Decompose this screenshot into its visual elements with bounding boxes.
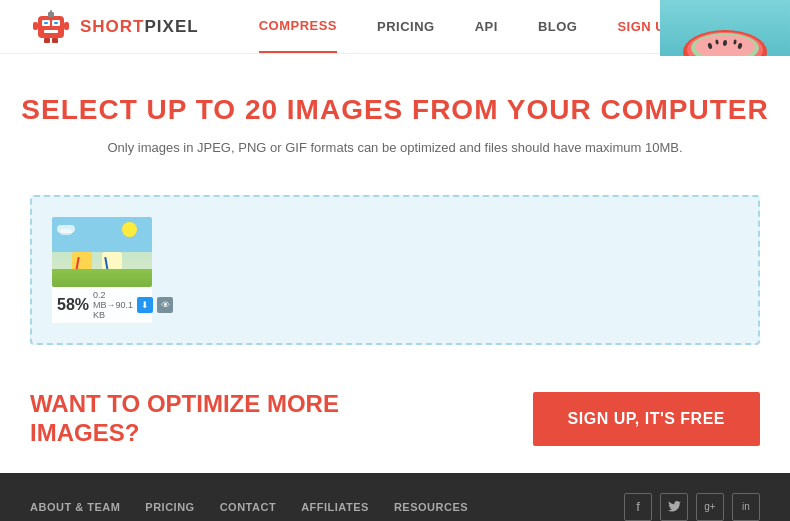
hero-subtitle: Only images in JPEG, PNG or GIF formats … bbox=[20, 140, 770, 155]
linkedin-icon[interactable]: in bbox=[732, 493, 760, 521]
footer-resources[interactable]: RESOURCES bbox=[394, 501, 468, 513]
footer-pricing[interactable]: PRICING bbox=[145, 501, 194, 513]
watermelon-icon bbox=[680, 0, 770, 56]
svg-rect-10 bbox=[44, 38, 50, 43]
optimize-text: WANT TO OPTIMIZE MORE IMAGES? bbox=[30, 390, 339, 448]
svg-rect-8 bbox=[33, 22, 38, 30]
logo-text-group: SHORTPIXEL bbox=[80, 17, 199, 37]
optimize-section: WANT TO OPTIMIZE MORE IMAGES? SIGN UP, I… bbox=[0, 365, 790, 473]
preview-icon[interactable]: 👁 bbox=[157, 297, 173, 313]
logo-short: SHORT bbox=[80, 17, 145, 36]
dropzone[interactable]: 58% 0.2 MB→90.1 KB ⬇ 👁 bbox=[30, 195, 760, 345]
svg-rect-4 bbox=[54, 22, 58, 24]
footer-about[interactable]: ABOUT & TEAM bbox=[30, 501, 120, 513]
hero-section: SELECT UP TO 20 IMAGES FROM YOUR COMPUTE… bbox=[0, 54, 790, 175]
signup-cta-button[interactable]: SIGN UP, IT'S FREE bbox=[533, 392, 760, 446]
svg-rect-0 bbox=[38, 16, 64, 38]
compress-percent: 58% bbox=[57, 296, 89, 314]
hero-title: SELECT UP TO 20 IMAGES FROM YOUR COMPUTE… bbox=[20, 94, 770, 126]
nav-blog[interactable]: BLOG bbox=[538, 1, 578, 52]
header: SHORTPIXEL COMPRESS PRICING API BLOG SIG… bbox=[0, 0, 790, 54]
file-size: 0.2 MB→90.1 KB bbox=[93, 290, 133, 320]
svg-rect-7 bbox=[50, 10, 52, 14]
action-icons: ⬇ 👁 bbox=[137, 297, 173, 313]
footer-social: f g+ in bbox=[624, 493, 760, 521]
facebook-icon[interactable]: f bbox=[624, 493, 652, 521]
footer-contact[interactable]: CONTACT bbox=[220, 501, 276, 513]
logo[interactable]: SHORTPIXEL bbox=[30, 6, 199, 48]
image-card: 58% 0.2 MB→90.1 KB ⬇ 👁 bbox=[52, 217, 152, 323]
image-info-bar: 58% 0.2 MB→90.1 KB ⬇ 👁 bbox=[52, 287, 152, 323]
image-thumbnail bbox=[52, 217, 152, 287]
svg-rect-11 bbox=[52, 38, 58, 43]
footer: ABOUT & TEAM PRICING CONTACT AFFILIATES … bbox=[0, 473, 790, 521]
nav-compress[interactable]: COMPRESS bbox=[259, 0, 337, 53]
footer-affiliates[interactable]: AFFILIATES bbox=[301, 501, 369, 513]
footer-top: ABOUT & TEAM PRICING CONTACT AFFILIATES … bbox=[30, 493, 760, 521]
logo-pixel: PIXEL bbox=[145, 17, 199, 36]
footer-nav: ABOUT & TEAM PRICING CONTACT AFFILIATES … bbox=[30, 501, 624, 513]
robot-icon bbox=[30, 6, 72, 48]
header-banner bbox=[660, 0, 790, 56]
svg-rect-3 bbox=[44, 22, 48, 24]
nav-pricing[interactable]: PRICING bbox=[377, 1, 435, 52]
twitter-icon[interactable] bbox=[660, 493, 688, 521]
nav-api[interactable]: API bbox=[475, 1, 498, 52]
svg-rect-9 bbox=[64, 22, 69, 30]
download-icon[interactable]: ⬇ bbox=[137, 297, 153, 313]
svg-rect-5 bbox=[44, 30, 58, 33]
googleplus-icon[interactable]: g+ bbox=[696, 493, 724, 521]
